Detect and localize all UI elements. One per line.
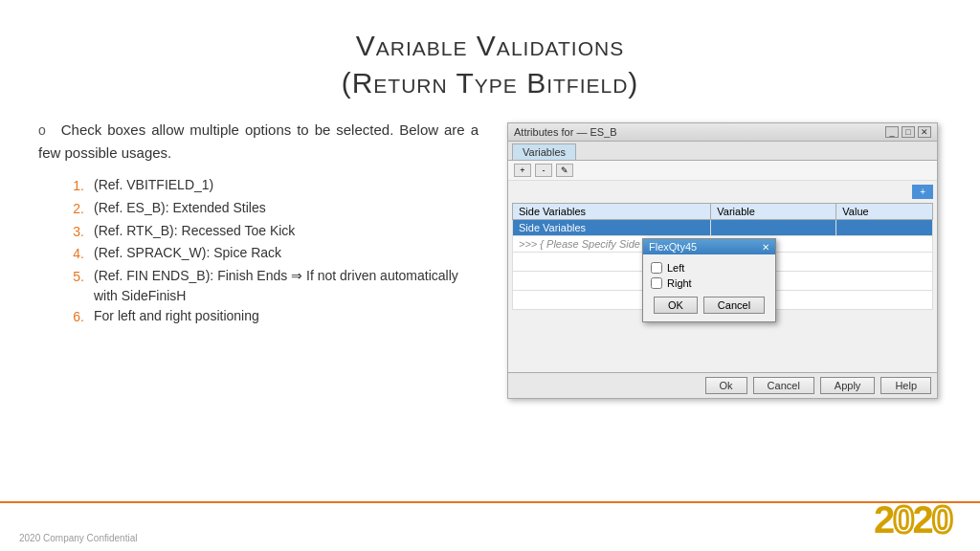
popup-ok-button[interactable]: OK xyxy=(654,297,698,314)
popup-cancel-button[interactable]: Cancel xyxy=(703,297,765,314)
right-checkbox-row: Right xyxy=(651,277,768,289)
left-column: Check boxes allow multiple options to be… xyxy=(38,119,479,399)
add-button[interactable]: + xyxy=(912,185,933,199)
col-side-app: Side Variables xyxy=(513,204,711,220)
logo-2020: 2 0 2 0 xyxy=(874,498,951,541)
list-number-4: 4. xyxy=(67,243,84,266)
popup-body: Left Right OK Cancel xyxy=(643,254,775,321)
popup-titlebar: FlexQty45 ✕ xyxy=(643,239,775,254)
list-item: 4. (Ref. SPRACK_W): Spice Rack xyxy=(67,243,479,266)
logo-area: 2 0 2 0 xyxy=(874,498,951,541)
table-row-selected[interactable]: Side Variables xyxy=(513,220,933,236)
list-item: 1. (Ref. VBITFIELD_1) xyxy=(67,175,479,198)
list-number-3: 3. xyxy=(67,221,84,244)
popup-dialog: FlexQty45 ✕ Left Right OK xyxy=(642,238,776,322)
col-variable: Variable xyxy=(711,204,836,220)
right-checkbox[interactable] xyxy=(651,277,662,289)
right-column: Attributes for — ES_B _ □ ✕ Variables + … xyxy=(507,119,942,399)
app-bottombar: Ok Cancel Apply Help xyxy=(508,372,937,398)
content-area: Check boxes allow multiple options to be… xyxy=(0,119,980,399)
ok-button[interactable]: Ok xyxy=(705,377,747,394)
title-area: Variable Validations (Return Type Bitfie… xyxy=(0,0,980,119)
list-item: 2. (Ref. ES_B): Extended Stiles xyxy=(67,198,479,221)
logo-digit-2a: 2 xyxy=(874,498,893,541)
list-text-2: (Ref. ES_B): Extended Stiles xyxy=(94,198,479,218)
list-number-6: 6. xyxy=(67,306,84,329)
app-window-title: Attributes for — ES_B xyxy=(514,126,617,138)
apply-button[interactable]: Apply xyxy=(820,377,876,394)
logo-digit-2b: 2 xyxy=(913,498,932,541)
list-text-5: (Ref. FIN ENDS_B): Finish Ends ⇒ If not … xyxy=(94,266,479,306)
variables-tab[interactable]: Variables xyxy=(512,143,576,160)
list-text-4: (Ref. SPRACK_W): Spice Rack xyxy=(94,243,479,263)
orange-separator xyxy=(0,501,980,503)
cell-value xyxy=(836,220,933,236)
toolbar-btn-1[interactable]: + xyxy=(514,164,531,177)
minimize-button[interactable]: _ xyxy=(885,126,899,138)
left-checkbox-row: Left xyxy=(651,262,768,274)
maximize-button[interactable]: □ xyxy=(902,126,915,138)
footer: 2020 Company Confidential xyxy=(19,533,137,543)
app-body: + Side Variables Variable Value Side Var… xyxy=(508,181,937,372)
list-number-5: 5. xyxy=(67,266,84,289)
close-button[interactable]: ✕ xyxy=(918,126,931,138)
left-label: Left xyxy=(667,262,684,274)
logo-zero-1: 0 xyxy=(893,498,912,541)
list-number-2: 2. xyxy=(67,198,84,221)
app-toolbar: + - ✎ xyxy=(508,161,937,181)
help-button[interactable]: Help xyxy=(880,377,931,394)
feature-list: 1. (Ref. VBITFIELD_1) 2. (Ref. ES_B): Ex… xyxy=(38,175,479,329)
left-checkbox[interactable] xyxy=(651,262,662,274)
list-text-1: (Ref. VBITFIELD_1) xyxy=(94,175,479,195)
toolbar-btn-2[interactable]: - xyxy=(535,164,552,177)
page-title: Variable Validations (Return Type Bitfie… xyxy=(38,27,942,101)
popup-close-button[interactable]: ✕ xyxy=(762,242,769,253)
list-item: 5. (Ref. FIN ENDS_B): Finish Ends ⇒ If n… xyxy=(67,266,479,306)
toolbar-btn-3[interactable]: ✎ xyxy=(556,164,573,177)
cell-side-app: Side Variables xyxy=(513,220,711,236)
popup-title: FlexQty45 xyxy=(649,241,697,253)
footer-text: 2020 Company Confidential xyxy=(19,533,137,543)
cell-variable xyxy=(711,220,836,236)
right-label: Right xyxy=(667,277,692,289)
list-number-1: 1. xyxy=(67,175,84,198)
cancel-button[interactable]: Cancel xyxy=(753,377,814,394)
list-item: 3. (Ref. RTK_B): Recessed Toe Kick xyxy=(67,221,479,244)
app-titlebar: Attributes for — ES_B _ □ ✕ xyxy=(508,123,937,142)
list-text-3: (Ref. RTK_B): Recessed Toe Kick xyxy=(94,221,479,241)
list-text-6: For left and right positioning xyxy=(94,306,479,326)
logo-zero-2: 0 xyxy=(932,498,951,541)
app-tabs: Variables xyxy=(508,142,937,161)
list-item: 6. For left and right positioning xyxy=(67,306,479,329)
col-value: Value xyxy=(836,204,933,220)
app-window: Attributes for — ES_B _ □ ✕ Variables + … xyxy=(507,122,938,399)
intro-paragraph: Check boxes allow multiple options to be… xyxy=(38,119,479,164)
titlebar-buttons: _ □ ✕ xyxy=(885,126,931,138)
popup-buttons: OK Cancel xyxy=(651,293,768,316)
